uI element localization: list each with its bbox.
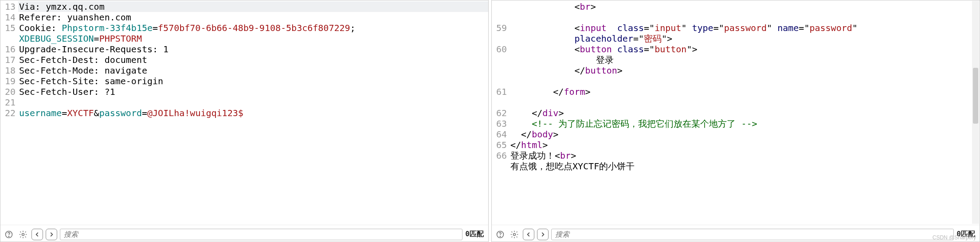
line-number: 19 <box>0 76 18 86</box>
request-editor-pane: 13Via: ymzx.qq.com14Referer: yuanshen.co… <box>0 0 489 242</box>
code-content[interactable]: <br> <box>510 1 980 12</box>
watermark: CSDN @Sharpery <box>933 234 976 241</box>
line-number: 66 <box>492 150 510 161</box>
code-line[interactable]: 17Sec-Fetch-Dest: document <box>0 55 488 65</box>
line-number: 22 <box>0 108 18 118</box>
code-content[interactable]: </button> <box>510 65 980 76</box>
line-number: 62 <box>492 108 510 118</box>
code-content[interactable]: XDEBUG_SESSION=PHPSTORM <box>18 33 488 44</box>
code-line[interactable]: </button> <box>492 65 980 76</box>
next-match-button[interactable] <box>537 229 549 240</box>
line-number: 60 <box>492 44 510 55</box>
next-match-button[interactable] <box>46 229 57 240</box>
code-content[interactable]: 登录成功！<br> <box>510 150 980 161</box>
code-line[interactable]: 59 <input class="input" type="password" … <box>492 23 980 33</box>
line-number: 61 <box>492 86 510 97</box>
line-number: 20 <box>0 86 18 97</box>
code-line[interactable]: 61 </form> <box>492 86 980 97</box>
line-number: 15 <box>0 23 18 33</box>
code-line[interactable]: 22username=XYCTF&password=@JOILha!wuigqi… <box>0 108 488 118</box>
search-input[interactable] <box>60 229 463 240</box>
code-content[interactable]: </div> <box>510 108 980 118</box>
line-number: 59 <box>492 23 510 33</box>
line-number: 13 <box>0 1 18 12</box>
code-line[interactable]: <br> <box>492 1 980 12</box>
code-content[interactable]: Referer: yuanshen.com <box>18 12 488 23</box>
line-number: 18 <box>0 65 18 76</box>
code-line[interactable]: 有点饿，想吃点XYCTF的小饼干 <box>492 161 980 172</box>
line-number: 65 <box>492 140 510 150</box>
help-icon[interactable] <box>494 229 506 240</box>
code-line[interactable] <box>492 76 980 86</box>
code-content[interactable]: Sec-Fetch-Dest: document <box>18 55 488 65</box>
svg-point-5 <box>514 233 516 235</box>
code-content[interactable]: </body> <box>510 129 980 140</box>
response-code-area[interactable]: <br>59 <input class="input" type="passwo… <box>492 0 980 225</box>
code-line[interactable]: 65</html> <box>492 140 980 150</box>
prev-match-button[interactable] <box>523 229 534 240</box>
code-line[interactable] <box>492 97 980 108</box>
code-line[interactable]: 60 <button class="button"> <box>492 44 980 55</box>
line-number: 16 <box>0 44 18 55</box>
line-number: 64 <box>492 129 510 140</box>
left-footer: 0匹配 <box>0 225 488 242</box>
code-line[interactable]: 20Sec-Fetch-User: ?1 <box>0 86 488 97</box>
code-line[interactable]: 15Cookie: Phpstorm-33f4b15e=f570bf70-6b6… <box>0 23 488 33</box>
code-content[interactable]: Sec-Fetch-User: ?1 <box>18 86 488 97</box>
code-line[interactable]: XDEBUG_SESSION=PHPSTORM <box>0 33 488 44</box>
code-content[interactable]: 有点饿，想吃点XYCTF的小饼干 <box>510 161 980 172</box>
code-line[interactable]: 16Upgrade-Insecure-Requests: 1 <box>0 44 488 55</box>
code-content[interactable]: username=XYCTF&password=@JOILha!wuigqi12… <box>18 108 488 118</box>
match-count-label: 0匹配 <box>465 230 486 239</box>
code-line[interactable]: 14Referer: yuanshen.com <box>0 12 488 23</box>
svg-point-2 <box>22 233 24 235</box>
code-content[interactable]: <button class="button"> <box>510 44 980 55</box>
code-content[interactable]: <!-- 为了防止忘记密码，我把它们放在某个地方了 --> <box>510 118 980 129</box>
code-line[interactable] <box>492 12 980 23</box>
line-number: 63 <box>492 118 510 129</box>
prev-match-button[interactable] <box>31 229 43 240</box>
code-content[interactable]: Upgrade-Insecure-Requests: 1 <box>18 44 488 55</box>
line-number: 17 <box>0 55 18 65</box>
code-line[interactable]: 19Sec-Fetch-Site: same-origin <box>0 76 488 86</box>
scrollbar-thumb[interactable] <box>973 68 978 124</box>
gear-icon[interactable] <box>509 229 520 240</box>
code-line[interactable]: 13Via: ymzx.qq.com <box>0 1 488 12</box>
gear-icon[interactable] <box>17 229 29 240</box>
code-content[interactable]: placeholder="密码"> <box>510 33 980 44</box>
code-content[interactable]: 登录 <box>510 55 980 65</box>
svg-point-1 <box>8 236 9 236</box>
line-number: 21 <box>0 97 18 108</box>
code-content[interactable]: </html> <box>510 140 980 150</box>
code-line[interactable]: 62 </div> <box>492 108 980 118</box>
right-footer: 0匹配 <box>492 225 980 242</box>
svg-point-4 <box>500 236 500 236</box>
code-content[interactable]: Via: ymzx.qq.com <box>18 1 488 12</box>
code-content[interactable]: <input class="input" type="password" nam… <box>510 23 980 33</box>
help-icon[interactable] <box>3 229 15 240</box>
code-line[interactable]: 18Sec-Fetch-Mode: navigate <box>0 65 488 76</box>
code-content[interactable]: Cookie: Phpstorm-33f4b15e=f570bf70-6b66-… <box>18 23 488 33</box>
code-line[interactable]: 64 </body> <box>492 129 980 140</box>
search-input[interactable] <box>551 229 954 240</box>
code-line[interactable]: 63 <!-- 为了防止忘记密码，我把它们放在某个地方了 --> <box>492 118 980 129</box>
code-content[interactable]: Sec-Fetch-Mode: navigate <box>18 65 488 76</box>
code-line[interactable]: placeholder="密码"> <box>492 33 980 44</box>
line-number: 14 <box>0 12 18 23</box>
vertical-scrollbar[interactable] <box>972 1 979 224</box>
code-content[interactable]: Sec-Fetch-Site: same-origin <box>18 76 488 86</box>
response-editor-pane: <br>59 <input class="input" type="passwo… <box>491 0 980 242</box>
code-line[interactable]: 66登录成功！<br> <box>492 150 980 161</box>
code-content[interactable]: </form> <box>510 86 980 97</box>
request-code-area[interactable]: 13Via: ymzx.qq.com14Referer: yuanshen.co… <box>0 0 488 225</box>
code-line[interactable]: 21 <box>0 97 488 108</box>
code-line[interactable]: 登录 <box>492 55 980 65</box>
